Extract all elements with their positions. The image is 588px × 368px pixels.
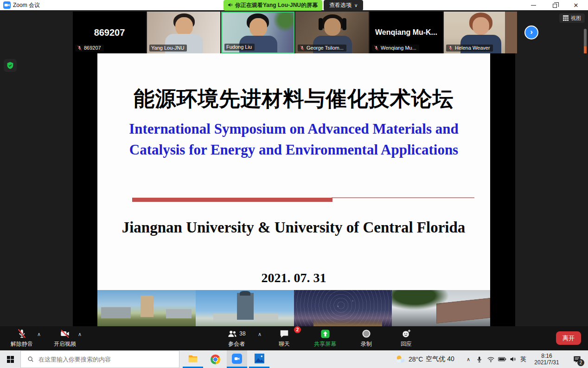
tray-microphone-icon[interactable] xyxy=(476,350,483,368)
participant-name-badge: George Tsilom... xyxy=(298,45,346,52)
video-tile-869207[interactable]: 869207 869207 xyxy=(73,12,146,53)
video-tile-helena-weaver[interactable]: Helena Weaver xyxy=(444,12,517,53)
participant-name-badge: Wenqiang Mu... xyxy=(372,45,419,52)
slide-title-english: International Symposium on Advanced Mate… xyxy=(107,118,481,160)
video-tile-fudong-liu-active-speaker[interactable]: Fudong Liu xyxy=(221,12,294,53)
search-input[interactable] xyxy=(38,356,164,363)
restore-icon xyxy=(553,4,557,8)
windows-taskbar: 28°C 空气优 40 ∧ 英 8:16 2021/7/31 2 xyxy=(0,350,588,368)
chat-bubble-icon: 2 xyxy=(279,328,289,339)
participant-name-badge: Fudong Liu xyxy=(224,44,255,51)
muted-mic-icon xyxy=(448,45,453,51)
grid-view-icon xyxy=(563,15,569,21)
video-tile-wenqiang[interactable]: Wenqiang Mu-K... Wenqiang Mu... xyxy=(370,12,443,53)
minimize-button[interactable] xyxy=(523,0,543,10)
muted-mic-icon xyxy=(77,45,82,51)
record-icon xyxy=(361,328,371,339)
tray-battery-icon[interactable] xyxy=(498,350,506,368)
chrome-taskbar-icon[interactable] xyxy=(205,350,225,368)
campus-photo-1 xyxy=(97,290,196,326)
view-layout-button[interactable]: 视图 xyxy=(559,13,585,23)
reactions-button[interactable]: 回应 xyxy=(392,328,421,348)
input-language-indicator[interactable]: 英 xyxy=(520,350,526,368)
window-title: Zoom 会议 xyxy=(13,1,40,9)
video-tile-yang-lou[interactable]: Yang Lou-JNU xyxy=(147,12,220,53)
tray-volume-icon[interactable] xyxy=(509,350,517,368)
shared-screen-area: 能源环境先进材料与催化技术论坛 International Symposium … xyxy=(0,53,588,326)
participant-name-badge: Helena Weaver xyxy=(446,45,493,52)
shield-check-icon xyxy=(6,61,14,70)
participants-count: 38 xyxy=(239,330,245,337)
chat-unread-badge: 2 xyxy=(294,326,301,333)
campus-photo-strip xyxy=(97,290,490,326)
smiley-plus-icon xyxy=(401,328,411,339)
weather-sun-cloud-icon xyxy=(395,354,406,365)
participant-name-badge: Yang Lou-JNU xyxy=(149,45,187,52)
scrollbar-thumb-gray xyxy=(584,29,587,46)
video-tile-george[interactable]: George Tsilom... xyxy=(295,12,369,53)
view-options-button[interactable]: 查看选项 ∨ xyxy=(324,0,363,11)
zoom-icon xyxy=(232,354,242,364)
leave-meeting-button[interactable]: 离开 xyxy=(556,331,581,345)
minimize-icon xyxy=(531,5,536,6)
muted-mic-icon xyxy=(300,45,305,51)
chrome-icon xyxy=(211,355,220,364)
screenshare-letterbox: 能源环境先进材料与催化技术论坛 International Symposium … xyxy=(73,53,515,326)
weather-air-quality: 空气优 40 xyxy=(426,355,454,363)
plant-decor xyxy=(273,12,294,32)
camera-off-icon xyxy=(60,328,70,339)
close-icon: ✕ xyxy=(574,2,579,9)
photos-taskbar-icon[interactable] xyxy=(249,350,269,368)
slide-title-chinese: 能源环境先进材料与催化技术论坛 xyxy=(97,85,490,113)
audio-speaker-icon xyxy=(227,2,233,9)
presentation-slide: 能源环境先进材料与催化技术论坛 International Symposium … xyxy=(97,53,490,326)
participants-button[interactable]: 38 参会者 xyxy=(219,328,254,348)
taskbar-clock[interactable]: 8:16 2021/7/31 xyxy=(530,350,564,368)
share-screen-icon xyxy=(320,328,331,339)
muted-mic-icon xyxy=(374,45,379,51)
photos-icon xyxy=(255,354,264,363)
slide-institutions: Jiangnan University & University of Cent… xyxy=(117,217,470,238)
zoom-taskbar-icon-active[interactable] xyxy=(227,350,247,368)
mute-options-chevron[interactable]: ∧ xyxy=(37,331,41,337)
unmute-button[interactable]: 解除静音 xyxy=(6,328,38,348)
show-hidden-icons-chevron[interactable]: ∧ xyxy=(464,350,473,368)
start-button[interactable] xyxy=(0,350,20,368)
action-center-button[interactable]: 2 xyxy=(568,350,586,368)
tray-wifi-icon[interactable] xyxy=(487,350,495,368)
zoom-meeting-window: Zoom 会议 ✕ 你正在观看Yang Lou-JNU的屏幕 查看选项 ∨ 86… xyxy=(0,0,588,368)
chat-button[interactable]: 2 聊天 xyxy=(270,328,298,348)
file-explorer-taskbar-icon[interactable] xyxy=(183,350,203,368)
start-video-button[interactable]: 开启视频 xyxy=(49,328,81,348)
video-options-chevron[interactable]: ∧ xyxy=(78,331,82,337)
search-icon xyxy=(27,356,34,362)
campus-photo-2 xyxy=(196,290,294,326)
headphone-left xyxy=(319,18,323,30)
restore-button[interactable] xyxy=(544,0,565,10)
muted-mic-icon xyxy=(17,328,27,339)
slide-divider-thin xyxy=(332,197,474,198)
headphone-right xyxy=(342,18,346,30)
clock-date: 2021/7/31 xyxy=(534,359,559,366)
close-button[interactable]: ✕ xyxy=(566,0,586,10)
taskbar-search[interactable] xyxy=(20,350,179,368)
taskbar-weather-widget[interactable]: 28°C 空气优 40 xyxy=(395,350,454,368)
collapse-strip-button[interactable]: › xyxy=(524,26,538,39)
windows-logo-icon xyxy=(7,356,14,363)
participants-options-chevron[interactable]: ∧ xyxy=(258,331,262,337)
meeting-toolbar: 解除静音 ∧ 开启视频 ∧ 38 参会者 ∧ 2 聊天 xyxy=(0,326,588,350)
slide-divider-thick xyxy=(132,198,332,202)
screen-viewing-banner: 你正在观看Yang Lou-JNU的屏幕 查看选项 ∨ xyxy=(224,0,363,11)
record-button[interactable]: 录制 xyxy=(352,328,381,348)
zoom-app-icon xyxy=(3,1,11,11)
participants-icon: 38 xyxy=(227,328,245,339)
notification-count-badge: 2 xyxy=(577,359,584,366)
campus-photo-4 xyxy=(392,290,490,326)
share-screen-button[interactable]: 共享屏幕 xyxy=(309,328,341,348)
weather-temp: 28°C xyxy=(409,355,423,363)
meeting-security-badge[interactable] xyxy=(4,59,17,72)
chevron-down-icon: ∨ xyxy=(354,3,358,8)
clock-time: 8:16 xyxy=(541,353,552,359)
curtain-decor xyxy=(505,12,517,53)
viewing-status: 你正在观看Yang Lou-JNU的屏幕 xyxy=(224,0,322,11)
